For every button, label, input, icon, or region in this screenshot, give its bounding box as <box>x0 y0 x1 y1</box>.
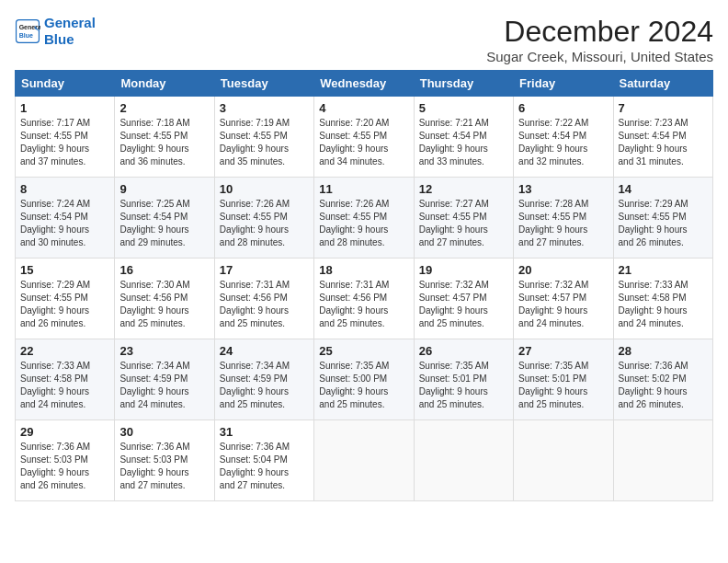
day-number: 1 <box>20 101 109 115</box>
calendar-cell: 28Sunrise: 7:36 AM Sunset: 5:02 PM Dayli… <box>613 339 712 420</box>
day-number: 5 <box>419 101 508 115</box>
calendar-cell: 9Sunrise: 7:25 AM Sunset: 4:54 PM Daylig… <box>115 178 214 259</box>
day-number: 30 <box>119 425 209 439</box>
week-row: 8Sunrise: 7:24 AM Sunset: 4:54 PM Daylig… <box>16 178 713 259</box>
day-number: 19 <box>419 263 508 277</box>
day-number: 17 <box>220 263 309 277</box>
calendar-cell: 29Sunrise: 7:36 AM Sunset: 5:03 PM Dayli… <box>16 420 115 501</box>
day-info: Sunrise: 7:36 AM Sunset: 5:04 PM Dayligh… <box>220 441 309 492</box>
calendar-cell: 15Sunrise: 7:29 AM Sunset: 4:55 PM Dayli… <box>16 259 115 339</box>
calendar-cell: 7Sunrise: 7:23 AM Sunset: 4:54 PM Daylig… <box>613 97 712 178</box>
calendar-cell: 18Sunrise: 7:31 AM Sunset: 4:56 PM Dayli… <box>314 259 414 339</box>
day-number: 15 <box>20 263 109 277</box>
day-info: Sunrise: 7:26 AM Sunset: 4:55 PM Dayligh… <box>220 198 309 249</box>
calendar-cell: 10Sunrise: 7:26 AM Sunset: 4:55 PM Dayli… <box>214 178 313 259</box>
calendar-cell: 20Sunrise: 7:32 AM Sunset: 4:57 PM Dayli… <box>514 259 613 339</box>
weekday-sunday: Sunday <box>16 71 115 97</box>
weekday-header-row: SundayMondayTuesdayWednesdayThursdayFrid… <box>16 71 713 97</box>
calendar-cell: 19Sunrise: 7:32 AM Sunset: 4:57 PM Dayli… <box>414 259 513 339</box>
day-info: Sunrise: 7:29 AM Sunset: 4:55 PM Dayligh… <box>619 198 708 249</box>
day-number: 9 <box>119 182 209 196</box>
day-info: Sunrise: 7:23 AM Sunset: 4:54 PM Dayligh… <box>619 117 708 168</box>
calendar-cell <box>514 420 613 501</box>
day-number: 18 <box>319 263 408 277</box>
day-number: 13 <box>518 182 608 196</box>
day-number: 14 <box>619 182 708 196</box>
day-info: Sunrise: 7:27 AM Sunset: 4:55 PM Dayligh… <box>419 198 508 249</box>
calendar-cell: 22Sunrise: 7:33 AM Sunset: 4:58 PM Dayli… <box>16 339 115 420</box>
weekday-monday: Monday <box>115 71 214 97</box>
calendar-cell: 6Sunrise: 7:22 AM Sunset: 4:54 PM Daylig… <box>514 97 613 178</box>
day-info: Sunrise: 7:35 AM Sunset: 5:01 PM Dayligh… <box>518 360 608 411</box>
day-number: 8 <box>20 182 109 196</box>
day-number: 6 <box>518 101 608 115</box>
day-number: 26 <box>419 344 508 358</box>
calendar-cell: 25Sunrise: 7:35 AM Sunset: 5:00 PM Dayli… <box>314 339 414 420</box>
calendar-cell: 24Sunrise: 7:34 AM Sunset: 4:59 PM Dayli… <box>214 339 313 420</box>
calendar-header: SundayMondayTuesdayWednesdayThursdayFrid… <box>16 71 713 97</box>
logo-icon: General Blue <box>15 18 40 44</box>
day-number: 23 <box>119 344 209 358</box>
title-area: December 2024 Sugar Creek, Missouri, Uni… <box>486 15 713 64</box>
day-info: Sunrise: 7:32 AM Sunset: 4:57 PM Dayligh… <box>518 279 608 330</box>
weekday-saturday: Saturday <box>613 71 712 97</box>
weekday-tuesday: Tuesday <box>214 71 313 97</box>
calendar-cell: 13Sunrise: 7:28 AM Sunset: 4:55 PM Dayli… <box>514 178 613 259</box>
day-number: 21 <box>619 263 708 277</box>
day-info: Sunrise: 7:35 AM Sunset: 5:01 PM Dayligh… <box>419 360 508 411</box>
calendar-cell: 5Sunrise: 7:21 AM Sunset: 4:54 PM Daylig… <box>414 97 513 178</box>
day-info: Sunrise: 7:19 AM Sunset: 4:55 PM Dayligh… <box>220 117 309 168</box>
calendar-cell <box>414 420 513 501</box>
day-info: Sunrise: 7:32 AM Sunset: 4:57 PM Dayligh… <box>419 279 508 330</box>
day-info: Sunrise: 7:25 AM Sunset: 4:54 PM Dayligh… <box>119 198 209 249</box>
day-info: Sunrise: 7:17 AM Sunset: 4:55 PM Dayligh… <box>20 117 109 168</box>
day-number: 16 <box>119 263 209 277</box>
day-info: Sunrise: 7:22 AM Sunset: 4:54 PM Dayligh… <box>518 117 608 168</box>
day-number: 4 <box>319 101 408 115</box>
calendar-cell: 26Sunrise: 7:35 AM Sunset: 5:01 PM Dayli… <box>414 339 513 420</box>
day-info: Sunrise: 7:31 AM Sunset: 4:56 PM Dayligh… <box>319 279 408 330</box>
day-number: 31 <box>220 425 309 439</box>
location-title: Sugar Creek, Missouri, United States <box>486 49 713 64</box>
svg-rect-0 <box>17 20 40 43</box>
svg-text:Blue: Blue <box>19 32 33 39</box>
day-info: Sunrise: 7:35 AM Sunset: 5:00 PM Dayligh… <box>319 360 408 411</box>
calendar-table: SundayMondayTuesdayWednesdayThursdayFrid… <box>15 70 713 501</box>
day-info: Sunrise: 7:30 AM Sunset: 4:56 PM Dayligh… <box>119 279 209 330</box>
day-info: Sunrise: 7:34 AM Sunset: 4:59 PM Dayligh… <box>119 360 209 411</box>
calendar-body: 1Sunrise: 7:17 AM Sunset: 4:55 PM Daylig… <box>16 97 713 501</box>
weekday-wednesday: Wednesday <box>314 71 414 97</box>
week-row: 29Sunrise: 7:36 AM Sunset: 5:03 PM Dayli… <box>16 420 713 501</box>
day-number: 7 <box>619 101 708 115</box>
logo: General Blue General Blue <box>15 15 96 48</box>
day-info: Sunrise: 7:21 AM Sunset: 4:54 PM Dayligh… <box>419 117 508 168</box>
calendar-cell: 21Sunrise: 7:33 AM Sunset: 4:58 PM Dayli… <box>613 259 712 339</box>
calendar-cell: 30Sunrise: 7:36 AM Sunset: 5:03 PM Dayli… <box>115 420 214 501</box>
day-info: Sunrise: 7:34 AM Sunset: 4:59 PM Dayligh… <box>220 360 309 411</box>
day-number: 12 <box>419 182 508 196</box>
day-number: 27 <box>518 344 608 358</box>
logo-text: General <box>44 15 96 31</box>
day-info: Sunrise: 7:33 AM Sunset: 4:58 PM Dayligh… <box>20 360 109 411</box>
week-row: 1Sunrise: 7:17 AM Sunset: 4:55 PM Daylig… <box>16 97 713 178</box>
day-number: 3 <box>220 101 309 115</box>
day-number: 25 <box>319 344 408 358</box>
logo-general: General <box>44 15 96 30</box>
calendar-cell: 4Sunrise: 7:20 AM Sunset: 4:55 PM Daylig… <box>314 97 414 178</box>
day-info: Sunrise: 7:20 AM Sunset: 4:55 PM Dayligh… <box>319 117 408 168</box>
weekday-thursday: Thursday <box>414 71 513 97</box>
day-number: 10 <box>220 182 309 196</box>
day-info: Sunrise: 7:28 AM Sunset: 4:55 PM Dayligh… <box>518 198 608 249</box>
calendar-cell: 17Sunrise: 7:31 AM Sunset: 4:56 PM Dayli… <box>214 259 313 339</box>
logo-blue: Blue <box>44 31 96 48</box>
week-row: 22Sunrise: 7:33 AM Sunset: 4:58 PM Dayli… <box>16 339 713 420</box>
calendar-cell: 12Sunrise: 7:27 AM Sunset: 4:55 PM Dayli… <box>414 178 513 259</box>
day-info: Sunrise: 7:36 AM Sunset: 5:03 PM Dayligh… <box>20 441 109 492</box>
day-info: Sunrise: 7:36 AM Sunset: 5:03 PM Dayligh… <box>119 441 209 492</box>
calendar-cell: 23Sunrise: 7:34 AM Sunset: 4:59 PM Dayli… <box>115 339 214 420</box>
day-info: Sunrise: 7:18 AM Sunset: 4:55 PM Dayligh… <box>119 117 209 168</box>
day-info: Sunrise: 7:24 AM Sunset: 4:54 PM Dayligh… <box>20 198 109 249</box>
calendar-cell: 1Sunrise: 7:17 AM Sunset: 4:55 PM Daylig… <box>16 97 115 178</box>
day-info: Sunrise: 7:33 AM Sunset: 4:58 PM Dayligh… <box>619 279 708 330</box>
day-info: Sunrise: 7:29 AM Sunset: 4:55 PM Dayligh… <box>20 279 109 330</box>
